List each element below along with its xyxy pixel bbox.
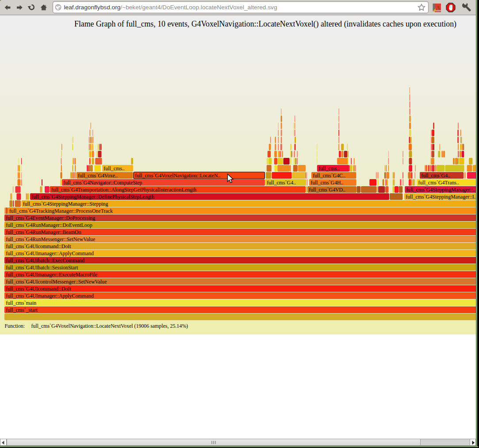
svg-text:full_cms`G4UImanager::ExecuteM: full_cms`G4UImanager::ExecuteMacroFile [6, 272, 97, 278]
svg-text:full_cms..: full_cms.. [103, 165, 124, 172]
svg-text:full_cms`G4UIcommand::DoIt: full_cms`G4UIcommand::DoIt [6, 286, 71, 292]
svg-text:full_cms`G4VoxelNavigation::Lo: full_cms`G4VoxelNavigation::LocateNextVo… [31, 323, 188, 329]
svg-text:full_cms`G4Voxe..: full_cms`G4Voxe.. [78, 172, 118, 179]
svg-text:Flame Graph of full_cms, 10 ev: Flame Graph of full_cms, 10 events, G4Vo… [74, 19, 456, 29]
svg-text:full_cms`G4UImanager::ApplyCom: full_cms`G4UImanager::ApplyCommand [6, 293, 94, 299]
svg-text:full_cms`G4SteppingManager::I.: full_cms`G4SteppingManager::I.. [406, 194, 476, 200]
svg-text:full_cms`G4UIcommand::DoIt: full_cms`G4UIcommand::DoIt [6, 243, 71, 249]
svg-text:full_cms`G4RunManager::BeamOn: full_cms`G4RunManager::BeamOn [6, 229, 81, 235]
svg-text:Function:: Function: [5, 323, 25, 329]
svg-text:full_cms`G4VoxelNavigation::Lo: full_cms`G4VoxelNavigation::LocateN.. [135, 172, 220, 179]
svg-text:full_cms`G4..: full_cms`G4.. [421, 172, 450, 179]
svg-text:full_cms`G4UIbatch::ExecComman: full_cms`G4UIbatch::ExecCommand [6, 257, 84, 264]
svg-text:full_cms`G4Trans..: full_cms`G4Trans.. [418, 180, 459, 186]
svg-text:full_cms..: full_cms.. [318, 165, 339, 172]
svg-text:full_cms`G4Transportation::Alo: full_cms`G4Transportation::AlongStepGetP… [51, 187, 197, 193]
svg-text:full_cms`G4UIbatch::SessionSta: full_cms`G4UIbatch::SessionStart [6, 264, 78, 271]
svg-text:A: A [436, 4, 440, 11]
svg-text:full_cms`G4TrackingManager::Pr: full_cms`G4TrackingManager::ProcessOneTr… [9, 208, 113, 214]
svg-text:full_cms`G4SteppingManager::..: full_cms`G4SteppingManager::.. [406, 187, 475, 193]
svg-text:full_cms`G4Navigator::ComputeS: full_cms`G4Navigator::ComputeStep [63, 180, 142, 186]
svg-text:full_cms`G4..: full_cms`G4.. [267, 180, 296, 186]
svg-text:full_cms`G4UImanager::ApplyCom: full_cms`G4UImanager::ApplyCommand [6, 250, 94, 257]
svg-text:full_cms`G4H..: full_cms`G4H.. [310, 180, 343, 186]
svg-text:full_cms`G4SteppingManager::De: full_cms`G4SteppingManager::DefinePhysic… [31, 194, 154, 200]
svg-text:full_cms`_start: full_cms`_start [6, 307, 38, 313]
svg-text:full_cms`G4SteppingManager::St: full_cms`G4SteppingManager::Stepping [23, 201, 108, 207]
svg-text:full_cms`G4C..: full_cms`G4C.. [313, 172, 345, 179]
svg-text:full_cms`G4RunMessenger::SetNe: full_cms`G4RunMessenger::SetNewValue [6, 236, 95, 242]
svg-text:full_cms`G4VD..: full_cms`G4VD.. [309, 187, 345, 193]
svg-text:full_cms`G4EventManager::DoPro: full_cms`G4EventManager::DoProcessing [6, 215, 95, 221]
svg-text:full_cms`G4RunManager::DoEvent: full_cms`G4RunManager::DoEventLoop [6, 222, 92, 228]
svg-text:full_cms`G4UIcontrolMessenger:: full_cms`G4UIcontrolMessenger::SetNewVal… [6, 279, 107, 285]
svg-text:full_cms`main: full_cms`main [6, 300, 36, 306]
svg-text:leaf.dragonflybsd.org/~beket/g: leaf.dragonflybsd.org/~beket/geant4/DoEv… [64, 4, 277, 11]
